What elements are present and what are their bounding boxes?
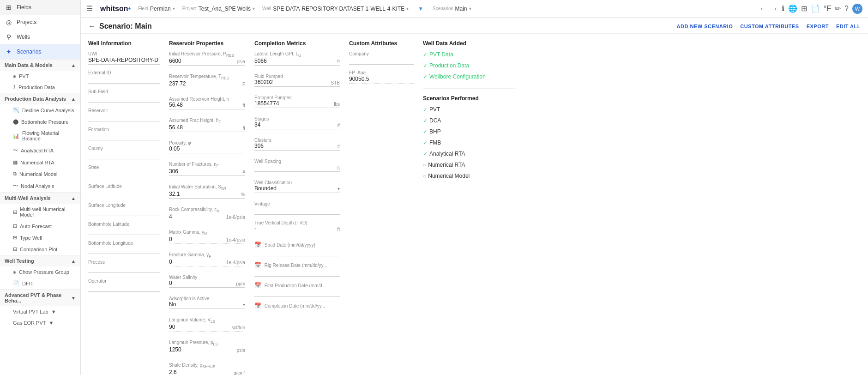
reservoir-temperature-value[interactable]: 237.72 — [169, 80, 186, 87]
company-value[interactable] — [349, 56, 414, 65]
reservoir-properties-column: Reservoir Properties Initial Reservoir P… — [169, 40, 245, 369]
langmuir-pressure-value[interactable]: 1250 — [169, 346, 181, 353]
process-value[interactable] — [88, 265, 160, 273]
assumed-reservoir-height-value[interactable]: 56.48 — [169, 102, 183, 108]
edit-all-button[interactable]: EDIT ALL — [836, 24, 861, 29]
first-production-date-value[interactable] — [254, 289, 340, 297]
initial-reservoir-pressure-value[interactable]: 6600 — [169, 58, 181, 64]
rock-compressibility-value[interactable]: 4 — [169, 213, 172, 220]
custom-attributes-button[interactable]: CUSTOM ATTRIBUTES — [740, 24, 799, 29]
water-salinity-value[interactable]: 0 — [169, 280, 172, 286]
info-icon[interactable]: ℹ — [782, 4, 784, 13]
section-well-testing[interactable]: Well Testing ▲ — [0, 255, 80, 266]
lateral-length-row: 5086 ft — [254, 58, 340, 66]
section-advanced-pvt[interactable]: Advanced PVT & Phase Beha... ▼ — [0, 289, 80, 306]
shale-density-field: Shale Density, ρSHALE 2.6 g/cm³ — [169, 363, 245, 375]
sidebar-item-auto-forecast[interactable]: ⊞ Auto-Forecast — [0, 220, 80, 232]
forward-nav-icon[interactable]: → — [771, 5, 778, 13]
fluid-pumped-value[interactable]: 360202 — [254, 79, 273, 85]
well-classification-dropdown[interactable]: Bounded ▾ — [254, 185, 340, 193]
project-caret-icon[interactable]: ▾ — [253, 6, 255, 11]
sidebar-item-virtual-pvt-lab[interactable]: Virtual PVT Lab ▼ — [0, 306, 80, 317]
bottomhole-latitude-value[interactable] — [88, 227, 160, 235]
clusters-value[interactable]: 306 — [254, 143, 264, 149]
add-new-scenario-button[interactable]: ADD NEW SCENARIO — [677, 24, 733, 29]
well-caret-icon[interactable]: ▾ — [406, 6, 409, 11]
surface-longitude-value[interactable] — [88, 208, 160, 216]
sidebar-item-production-data[interactable]: ⤴ Production Data — [0, 82, 80, 93]
sidebar-item-fields[interactable]: ⊞ Fields — [0, 0, 80, 15]
scenario-caret-icon[interactable]: ▾ — [469, 6, 471, 11]
operator-value[interactable] — [88, 284, 160, 292]
sidebar-item-multi-well-numerical[interactable]: ⊞ Multi-well Numerical Model — [0, 204, 80, 220]
edit-icon[interactable]: ✏ — [835, 4, 841, 13]
sidebar-item-scenarios[interactable]: ✦ Scenarios — [0, 44, 80, 59]
sidebar-item-numerical-rta[interactable]: ▦ Numerical RTA — [0, 157, 80, 168]
help-icon[interactable]: ? — [844, 5, 849, 13]
langmuir-pressure-label: Langmuir Pressure, pLS — [169, 340, 245, 346]
well-spacing-value[interactable] — [254, 164, 256, 170]
field-caret-icon[interactable]: ▾ — [173, 6, 175, 11]
section-main-data-models[interactable]: Main Data & Models ▲ — [0, 59, 80, 71]
export-button[interactable]: EXPORT — [807, 24, 829, 29]
langmuir-volume-value[interactable]: 90 — [169, 324, 175, 330]
sub-field-value[interactable] — [88, 94, 160, 103]
sidebar-item-analytical-rta[interactable]: 〜 Analytical RTA — [0, 144, 80, 157]
vintage-value[interactable] — [254, 206, 340, 215]
chevron-up-icon: ▲ — [71, 259, 76, 264]
matrix-gamma-value[interactable]: 0 — [169, 236, 172, 242]
assumed-frac-height-value[interactable]: 56.48 — [169, 124, 183, 131]
initial-water-saturation-value[interactable]: 32.1 — [169, 191, 180, 197]
sidebar-item-projects[interactable]: ◎ Projects — [0, 15, 80, 30]
sidebar-item-decline-curve[interactable]: 📉 Decline Curve Analysis — [0, 104, 80, 116]
reservoir-temperature-row: 237.72 F — [169, 80, 245, 88]
document-icon[interactable]: 📄 — [811, 4, 820, 13]
surface-latitude-value[interactable] — [88, 189, 160, 197]
bottomhole-longitude-value[interactable] — [88, 246, 160, 254]
number-of-fractures-value[interactable]: 306 — [169, 168, 178, 175]
formation-value[interactable] — [88, 132, 160, 140]
hamburger-icon[interactable]: ☰ — [86, 4, 93, 13]
filter-icon[interactable]: ▼ — [418, 6, 423, 12]
lateral-length-value[interactable]: 5086 — [254, 58, 267, 64]
sidebar-item-dfit[interactable]: 📄 DFIT — [0, 278, 80, 289]
temperature-icon[interactable]: °F — [824, 5, 831, 13]
rig-release-date-value[interactable] — [254, 268, 340, 277]
fp-ana-value[interactable]: 90050.5 — [349, 75, 414, 84]
sidebar-item-comparison-plot[interactable]: ⊞ Comparison Plot — [0, 243, 80, 255]
fracture-gamma-value[interactable]: 0 — [169, 259, 172, 265]
sidebar-item-fmb[interactable]: 📊 Flowing Material Balance — [0, 127, 80, 144]
back-nav-icon[interactable]: ← — [760, 5, 767, 13]
initial-water-saturation-unit: % — [241, 192, 245, 197]
surface-latitude-field: Surface Latitude — [88, 184, 160, 197]
reservoir-temperature-unit: F — [242, 82, 245, 87]
user-avatar[interactable]: W — [852, 4, 862, 14]
sidebar-item-chow-pressure[interactable]: ⎈ Chow Pressure Group — [0, 266, 80, 278]
back-button[interactable]: ← — [88, 22, 96, 30]
proppant-pumped-value[interactable]: 18554774 — [254, 100, 279, 107]
section-production-data-analysis[interactable]: Production Data Analysis ▲ — [0, 93, 80, 104]
sidebar-item-gas-eor-pvt[interactable]: Gas EOR PVT ▼ — [0, 317, 80, 328]
sidebar-item-type-well[interactable]: ⊞ Type Well — [0, 232, 80, 243]
table-icon[interactable]: ⊞ — [801, 4, 807, 13]
stages-value[interactable]: 34 — [254, 121, 260, 128]
sidebar-item-wells[interactable]: ⚲ Wells — [0, 30, 80, 44]
sidebar-item-bottomhole[interactable]: ⬤ Bottomhole Pressure — [0, 116, 80, 127]
adsorption-is-active-dropdown[interactable]: No ▾ — [169, 301, 245, 309]
reservoir-value[interactable] — [88, 113, 160, 121]
completion-date-value[interactable] — [254, 309, 340, 317]
spud-date-value[interactable] — [254, 248, 340, 256]
state-value[interactable] — [88, 170, 160, 178]
assumed-reservoir-height-unit: ft — [242, 103, 245, 108]
sidebar-item-numerical-model[interactable]: ⧉ Numerical Model — [0, 168, 80, 180]
county-value[interactable] — [88, 151, 160, 159]
section-multi-well-analysis[interactable]: Multi-Well Analysis ▲ — [0, 192, 80, 204]
tvd-value[interactable]: - — [254, 225, 256, 232]
porosity-value[interactable]: 0.05 — [169, 145, 180, 152]
uwi-value[interactable]: SPE-DATA-REPOSITORY-D — [88, 56, 160, 65]
sidebar-item-pvt[interactable]: ⎈ PVT — [0, 71, 80, 82]
external-id-value[interactable] — [88, 75, 160, 84]
sidebar-item-nodal-analysis[interactable]: 〜 Nodal Analysis — [0, 180, 80, 192]
globe-icon[interactable]: 🌐 — [788, 4, 797, 13]
shale-density-value[interactable]: 2.6 — [169, 369, 177, 375]
